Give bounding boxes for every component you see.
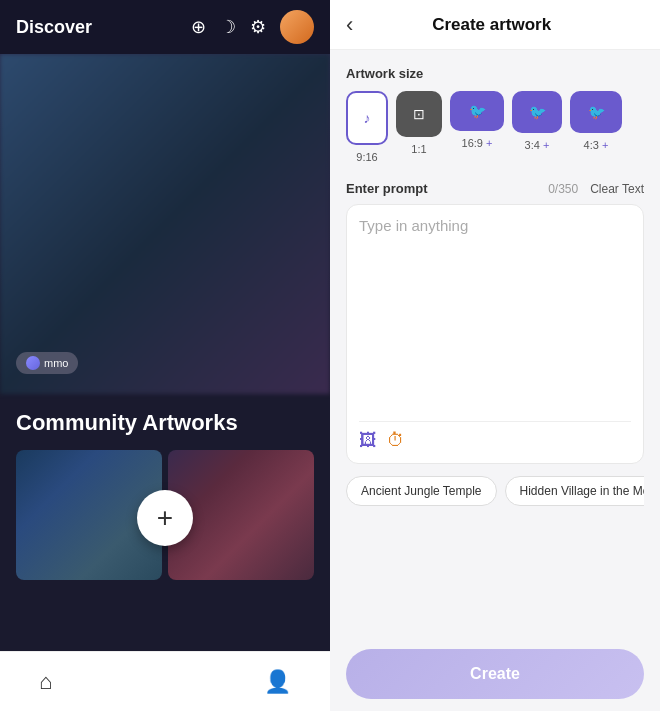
size-option-916[interactable]: ♪ 9:16: [346, 91, 388, 163]
clock-icon[interactable]: ⏱: [387, 430, 405, 451]
bottom-nav: ⌂ 👤: [0, 651, 330, 711]
back-button[interactable]: ‹: [346, 12, 353, 38]
size-label-43: 4:3 +: [584, 139, 609, 151]
chip-jungle-label: Ancient Jungle Temple: [361, 484, 482, 498]
size-icon-34: 🐦: [529, 104, 546, 120]
gear-icon[interactable]: ⚙: [250, 16, 266, 38]
create-button-label: Create: [470, 665, 520, 683]
image-icon[interactable]: 🖼: [359, 430, 377, 451]
size-icon-43: 🐦: [588, 104, 605, 120]
right-header: ‹ Create artwork: [330, 0, 660, 50]
community-title: Community Artworks: [16, 410, 314, 436]
prompt-footer-icons: 🖼 ⏱: [359, 421, 631, 451]
nav-home[interactable]: ⌂: [39, 669, 52, 695]
chip-jungle[interactable]: Ancient Jungle Temple: [346, 476, 497, 506]
size-label-169: 16:9 +: [462, 137, 493, 149]
size-label: Artwork size: [346, 66, 644, 81]
prompt-label: Enter prompt: [346, 181, 428, 196]
tag-label: mmo: [44, 357, 68, 369]
size-box-43: 🐦: [570, 91, 622, 133]
prompt-placeholder: Type in anything: [359, 217, 631, 413]
tag-pill[interactable]: mmo: [16, 352, 78, 374]
moon-icon[interactable]: ☽: [220, 16, 236, 38]
avatar[interactable]: [280, 10, 314, 44]
create-section: Create: [330, 637, 660, 711]
hero-blur: [0, 54, 330, 394]
profile-icon: 👤: [264, 669, 291, 695]
size-option-43[interactable]: 🐦 4:3 +: [570, 91, 622, 163]
size-box-11: ⊡: [396, 91, 442, 137]
header-icons: ⊕ ☽ ⚙: [191, 10, 314, 44]
size-box-34: 🐦: [512, 91, 562, 133]
size-box-916: ♪: [346, 91, 388, 145]
size-label-916: 9:16: [356, 151, 377, 163]
create-button[interactable]: Create: [346, 649, 644, 699]
prompt-header-right: 0/350 Clear Text: [548, 182, 644, 196]
right-panel: ‹ Create artwork Artwork size ♪ 9:16 ⊡ 1…: [330, 0, 660, 711]
size-icon-11: ⊡: [413, 106, 425, 122]
chip-village-label: Hidden Village in the Mountains: [520, 484, 644, 498]
left-header: Discover ⊕ ☽ ⚙: [0, 0, 330, 54]
clear-text-button[interactable]: Clear Text: [590, 182, 644, 196]
size-option-169[interactable]: 🐦 16:9 +: [450, 91, 504, 163]
size-options: ♪ 9:16 ⊡ 1:1 🐦 16:9 + 🐦 3:4: [346, 91, 644, 163]
plus-34: +: [543, 139, 549, 151]
size-box-169: 🐦: [450, 91, 504, 131]
left-content: mmo Community Artworks +: [0, 54, 330, 711]
prompt-textarea[interactable]: Type in anything 🖼 ⏱: [346, 204, 644, 464]
plus-169: +: [486, 137, 492, 149]
tag-dot: [26, 356, 40, 370]
size-label-11: 1:1: [411, 143, 426, 155]
size-icon-916: ♪: [364, 110, 371, 126]
right-body: Artwork size ♪ 9:16 ⊡ 1:1 🐦 16:9 +: [330, 50, 660, 637]
chip-village[interactable]: Hidden Village in the Mountains: [505, 476, 644, 506]
size-option-34[interactable]: 🐦 3:4 +: [512, 91, 562, 163]
nav-profile[interactable]: 👤: [264, 669, 291, 695]
suggestion-chips: Ancient Jungle Temple Hidden Village in …: [346, 476, 644, 506]
size-icon-169: 🐦: [469, 103, 486, 119]
size-label-34: 3:4 +: [525, 139, 550, 151]
discord-icon[interactable]: ⊕: [191, 16, 206, 38]
prompt-counter: 0/350: [548, 182, 578, 196]
prompt-header: Enter prompt 0/350 Clear Text: [346, 181, 644, 196]
fab-button[interactable]: +: [137, 490, 193, 546]
page-title: Create artwork: [361, 15, 622, 35]
left-panel: Discover ⊕ ☽ ⚙ mmo Community Artworks: [0, 0, 330, 711]
discover-title: Discover: [16, 17, 92, 38]
hero-image: mmo: [0, 54, 330, 394]
plus-43: +: [602, 139, 608, 151]
home-icon: ⌂: [39, 669, 52, 695]
fab-icon: +: [157, 502, 173, 534]
size-option-11[interactable]: ⊡ 1:1: [396, 91, 442, 163]
